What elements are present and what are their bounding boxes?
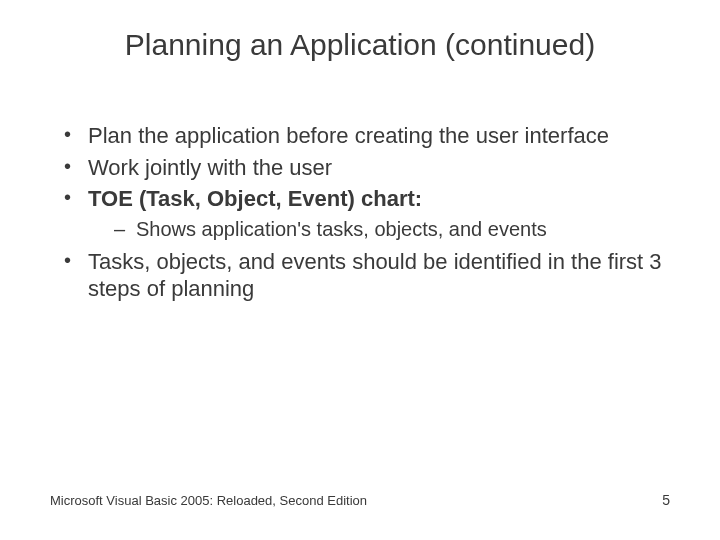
bullet-item: Plan the application before creating the… [64, 122, 670, 150]
footer-page-number: 5 [662, 492, 670, 508]
bullet-item: Work jointly with the user [64, 154, 670, 182]
bullet-text: Tasks, objects, and events should be ide… [88, 249, 662, 302]
sub-bullet-item: Shows application's tasks, objects, and … [114, 217, 670, 242]
bullet-list: Plan the application before creating the… [50, 122, 670, 303]
sub-bullet-list: Shows application's tasks, objects, and … [88, 217, 670, 242]
slide: Planning an Application (continued) Plan… [0, 0, 720, 540]
bullet-item: Tasks, objects, and events should be ide… [64, 248, 670, 303]
footer-source: Microsoft Visual Basic 2005: Reloaded, S… [50, 493, 367, 508]
sub-bullet-text: Shows application's tasks, objects, and … [136, 218, 547, 240]
bullet-text-bold: TOE (Task, Object, Event) chart [88, 186, 415, 211]
bullet-item: TOE (Task, Object, Event) chart: Shows a… [64, 185, 670, 242]
slide-title: Planning an Application (continued) [50, 28, 670, 62]
bullet-text: Plan the application before creating the… [88, 123, 609, 148]
bullet-text: Work jointly with the user [88, 155, 332, 180]
